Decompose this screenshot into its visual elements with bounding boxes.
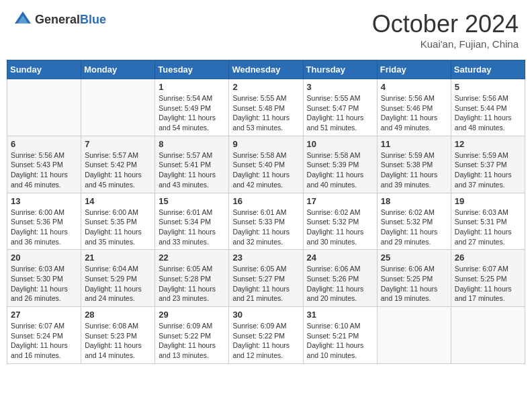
day-info: Sunrise: 6:07 AM Sunset: 5:24 PM Dayligh…: [11, 321, 77, 361]
day-info: Sunrise: 6:06 AM Sunset: 5:25 PM Dayligh…: [381, 264, 447, 304]
day-number: 25: [381, 253, 447, 263]
weekday-header: Sunday: [7, 60, 81, 79]
day-number: 28: [85, 310, 151, 320]
calendar-cell: 5Sunrise: 5:56 AM Sunset: 5:44 PM Daylig…: [451, 79, 525, 136]
calendar-cell: 15Sunrise: 6:01 AM Sunset: 5:34 PM Dayli…: [155, 193, 229, 250]
day-number: 14: [85, 196, 151, 206]
day-info: Sunrise: 6:02 AM Sunset: 5:32 PM Dayligh…: [381, 208, 447, 247]
calendar-cell: 14Sunrise: 6:00 AM Sunset: 5:35 PM Dayli…: [81, 193, 155, 250]
day-number: 2: [232, 82, 299, 92]
day-info: Sunrise: 6:01 AM Sunset: 5:33 PM Dayligh…: [232, 208, 299, 247]
day-number: 20: [11, 253, 77, 263]
day-info: Sunrise: 5:54 AM Sunset: 5:49 PM Dayligh…: [159, 93, 225, 133]
day-info: Sunrise: 5:55 AM Sunset: 5:47 PM Dayligh…: [307, 93, 373, 133]
weekday-header: Friday: [377, 60, 451, 79]
day-number: 27: [11, 310, 77, 320]
calendar-cell: 20Sunrise: 6:03 AM Sunset: 5:30 PM Dayli…: [7, 250, 81, 307]
day-number: 11: [381, 139, 447, 149]
logo-general: General: [35, 13, 80, 26]
day-info: Sunrise: 5:56 AM Sunset: 5:43 PM Dayligh…: [11, 150, 77, 190]
calendar-cell: 10Sunrise: 5:58 AM Sunset: 5:39 PM Dayli…: [303, 136, 377, 193]
day-number: 12: [455, 139, 521, 149]
day-number: 29: [159, 310, 225, 320]
calendar-cell: 1Sunrise: 5:54 AM Sunset: 5:49 PM Daylig…: [155, 79, 229, 136]
day-number: 21: [85, 253, 151, 263]
day-number: 1: [159, 82, 225, 92]
day-info: Sunrise: 6:05 AM Sunset: 5:27 PM Dayligh…: [232, 264, 299, 304]
day-number: 26: [455, 253, 521, 263]
weekday-header: Wednesday: [229, 60, 303, 79]
calendar-cell: 17Sunrise: 6:02 AM Sunset: 5:32 PM Dayli…: [303, 193, 377, 250]
day-info: Sunrise: 6:02 AM Sunset: 5:32 PM Dayligh…: [307, 208, 373, 247]
day-number: 23: [232, 253, 299, 263]
calendar-cell: 30Sunrise: 6:09 AM Sunset: 5:22 PM Dayli…: [229, 307, 303, 364]
calendar-week-row: 1Sunrise: 5:54 AM Sunset: 5:49 PM Daylig…: [7, 79, 525, 136]
day-number: 10: [307, 139, 373, 149]
calendar-cell: 11Sunrise: 5:59 AM Sunset: 5:38 PM Dayli…: [377, 136, 451, 193]
day-info: Sunrise: 6:00 AM Sunset: 5:35 PM Dayligh…: [85, 208, 151, 247]
calendar-week-row: 6Sunrise: 5:56 AM Sunset: 5:43 PM Daylig…: [7, 136, 525, 193]
calendar-week-row: 20Sunrise: 6:03 AM Sunset: 5:30 PM Dayli…: [7, 250, 525, 307]
calendar-table: SundayMondayTuesdayWednesdayThursdayFrid…: [7, 60, 525, 364]
day-number: 17: [307, 196, 373, 206]
day-info: Sunrise: 6:06 AM Sunset: 5:26 PM Dayligh…: [307, 264, 373, 304]
day-number: 16: [232, 196, 299, 206]
day-number: 22: [159, 253, 225, 263]
weekday-header: Saturday: [451, 60, 525, 79]
page-header: GeneralBlue October 2024 Kuai'an, Fujian…: [7, 7, 525, 53]
calendar-cell: 21Sunrise: 6:04 AM Sunset: 5:29 PM Dayli…: [81, 250, 155, 307]
calendar-cell: 31Sunrise: 6:10 AM Sunset: 5:21 PM Dayli…: [303, 307, 377, 364]
day-number: 18: [381, 196, 447, 206]
day-number: 15: [159, 196, 225, 206]
day-number: 24: [307, 253, 373, 263]
calendar-cell: 24Sunrise: 6:06 AM Sunset: 5:26 PM Dayli…: [303, 250, 377, 307]
calendar-cell: 28Sunrise: 6:08 AM Sunset: 5:23 PM Dayli…: [81, 307, 155, 364]
day-number: 19: [455, 196, 521, 206]
day-number: 4: [381, 82, 447, 92]
calendar-cell: 12Sunrise: 5:59 AM Sunset: 5:37 PM Dayli…: [451, 136, 525, 193]
day-info: Sunrise: 5:57 AM Sunset: 5:41 PM Dayligh…: [159, 150, 225, 190]
day-info: Sunrise: 5:58 AM Sunset: 5:40 PM Dayligh…: [232, 150, 299, 190]
calendar-cell: [377, 307, 451, 364]
calendar-cell: 25Sunrise: 6:06 AM Sunset: 5:25 PM Dayli…: [377, 250, 451, 307]
day-info: Sunrise: 6:08 AM Sunset: 5:23 PM Dayligh…: [85, 321, 151, 361]
day-number: 6: [11, 139, 77, 149]
day-info: Sunrise: 6:09 AM Sunset: 5:22 PM Dayligh…: [159, 321, 225, 361]
day-number: 9: [232, 139, 299, 149]
calendar-cell: 19Sunrise: 6:03 AM Sunset: 5:31 PM Dayli…: [451, 193, 525, 250]
calendar-week-row: 13Sunrise: 6:00 AM Sunset: 5:36 PM Dayli…: [7, 193, 525, 250]
day-number: 13: [11, 196, 77, 206]
calendar-cell: 18Sunrise: 6:02 AM Sunset: 5:32 PM Dayli…: [377, 193, 451, 250]
calendar-cell: 13Sunrise: 6:00 AM Sunset: 5:36 PM Dayli…: [7, 193, 81, 250]
calendar-week-row: 27Sunrise: 6:07 AM Sunset: 5:24 PM Dayli…: [7, 307, 525, 364]
calendar-cell: 23Sunrise: 6:05 AM Sunset: 5:27 PM Dayli…: [229, 250, 303, 307]
logo-blue: Blue: [80, 13, 106, 26]
day-info: Sunrise: 6:00 AM Sunset: 5:36 PM Dayligh…: [11, 208, 77, 247]
day-info: Sunrise: 6:09 AM Sunset: 5:22 PM Dayligh…: [232, 321, 299, 361]
calendar-cell: [81, 79, 155, 136]
day-info: Sunrise: 5:55 AM Sunset: 5:48 PM Dayligh…: [232, 93, 299, 133]
calendar-cell: 6Sunrise: 5:56 AM Sunset: 5:43 PM Daylig…: [7, 136, 81, 193]
calendar-cell: 2Sunrise: 5:55 AM Sunset: 5:48 PM Daylig…: [229, 79, 303, 136]
logo: GeneralBlue: [13, 10, 106, 29]
calendar-cell: [7, 79, 81, 136]
calendar-cell: 27Sunrise: 6:07 AM Sunset: 5:24 PM Dayli…: [7, 307, 81, 364]
day-info: Sunrise: 5:56 AM Sunset: 5:44 PM Dayligh…: [455, 93, 521, 133]
calendar-cell: 4Sunrise: 5:56 AM Sunset: 5:46 PM Daylig…: [377, 79, 451, 136]
weekday-header: Thursday: [303, 60, 377, 79]
logo-text: GeneralBlue: [35, 13, 106, 27]
calendar-cell: 22Sunrise: 6:05 AM Sunset: 5:28 PM Dayli…: [155, 250, 229, 307]
day-info: Sunrise: 6:10 AM Sunset: 5:21 PM Dayligh…: [307, 321, 373, 361]
calendar-cell: 29Sunrise: 6:09 AM Sunset: 5:22 PM Dayli…: [155, 307, 229, 364]
day-number: 3: [307, 82, 373, 92]
day-info: Sunrise: 5:59 AM Sunset: 5:38 PM Dayligh…: [381, 150, 447, 190]
calendar-cell: 26Sunrise: 6:07 AM Sunset: 5:25 PM Dayli…: [451, 250, 525, 307]
day-info: Sunrise: 6:05 AM Sunset: 5:28 PM Dayligh…: [159, 264, 225, 304]
calendar-cell: 7Sunrise: 5:57 AM Sunset: 5:42 PM Daylig…: [81, 136, 155, 193]
day-info: Sunrise: 6:07 AM Sunset: 5:25 PM Dayligh…: [455, 264, 521, 304]
day-info: Sunrise: 5:56 AM Sunset: 5:46 PM Dayligh…: [381, 93, 447, 133]
day-number: 8: [159, 139, 225, 149]
calendar-cell: 8Sunrise: 5:57 AM Sunset: 5:41 PM Daylig…: [155, 136, 229, 193]
day-number: 31: [307, 310, 373, 320]
weekday-header: Monday: [81, 60, 155, 79]
